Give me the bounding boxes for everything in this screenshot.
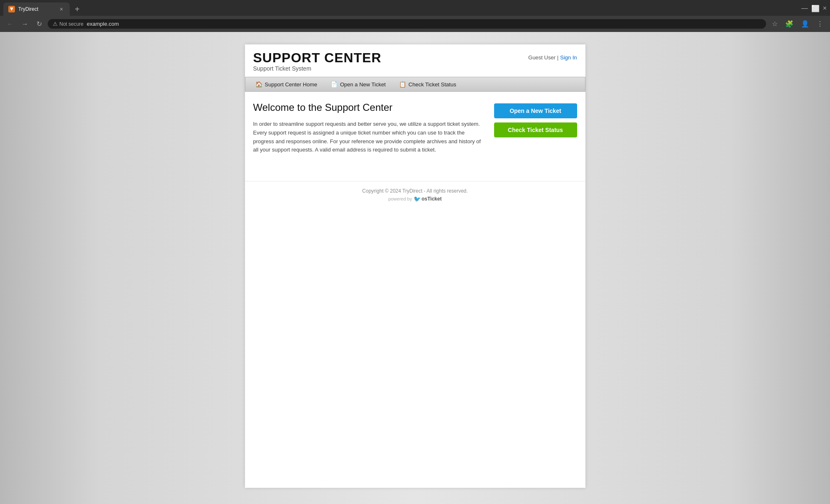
check-status-button[interactable]: Check Ticket Status — [494, 122, 577, 137]
tab-favicon — [8, 6, 15, 12]
user-info: Guest User | Sign In — [528, 51, 577, 61]
osticket-bird-icon: 🐦 — [414, 196, 421, 202]
new-ticket-icon: 📄 — [331, 81, 338, 88]
back-button[interactable]: ← — [4, 19, 16, 29]
site-nav: 🏠 Support Center Home 📄 Open a New Ticke… — [245, 77, 585, 92]
security-indicator: ⚠ Not secure — [53, 21, 83, 27]
menu-button[interactable]: ⋮ — [814, 18, 826, 29]
nav-check-status[interactable]: 📋 Check Ticket Status — [392, 79, 463, 90]
tab-bar: TryDirect × + — [3, 2, 800, 16]
guest-user-label: Guest User | — [528, 54, 558, 61]
bookmark-button[interactable]: ☆ — [769, 18, 780, 29]
site-footer: Copyright © 2024 TryDirect - All rights … — [245, 181, 585, 209]
toolbar-right: ☆ 🧩 👤 ⋮ — [769, 18, 826, 29]
content-left: Welcome to the Support Center In order t… — [253, 102, 486, 154]
powered-by: powered by 🐦 osTicket — [252, 196, 579, 202]
forward-button[interactable]: → — [19, 19, 31, 29]
content-right: Open a New Ticket Check Ticket Status — [494, 102, 577, 154]
browser-chrome: TryDirect × + — ⬜ × ← → ↻ ⚠ Not secure e… — [0, 0, 830, 32]
active-tab[interactable]: TryDirect × — [3, 2, 70, 16]
nav-open-ticket[interactable]: 📄 Open a New Ticket — [324, 79, 392, 90]
address-text: example.com — [87, 21, 119, 27]
site-logo: SUPPORT CENTER Support Ticket System — [253, 51, 382, 72]
footer-copyright: Copyright © 2024 TryDirect - All rights … — [252, 188, 579, 194]
welcome-title: Welcome to the Support Center — [253, 102, 486, 113]
open-ticket-button[interactable]: Open a New Ticket — [494, 103, 577, 118]
nav-open-ticket-label: Open a New Ticket — [340, 81, 386, 88]
nav-support-home[interactable]: 🏠 Support Center Home — [249, 79, 324, 90]
close-window-button[interactable]: × — [823, 5, 827, 12]
title-bar: TryDirect × + — ⬜ × — [0, 0, 830, 16]
window-controls: — ⬜ × — [801, 5, 827, 14]
powered-by-label: powered by — [388, 196, 412, 201]
nav-check-status-label: Check Ticket Status — [409, 81, 456, 88]
welcome-text: In order to streamline support requests … — [253, 120, 486, 154]
reload-button[interactable]: ↻ — [34, 18, 44, 29]
site-header: SUPPORT CENTER Support Ticket System Gue… — [245, 44, 585, 77]
tab-title: TryDirect — [18, 6, 55, 12]
main-content: Welcome to the Support Center In order t… — [245, 92, 585, 164]
browser-toolbar: ← → ↻ ⚠ Not secure example.com ☆ 🧩 👤 ⋮ — [0, 16, 830, 32]
site-title: SUPPORT CENTER — [253, 51, 382, 64]
tab-close-button[interactable]: × — [58, 5, 65, 13]
sign-in-link[interactable]: Sign In — [560, 54, 577, 61]
not-secure-label: Not secure — [59, 21, 83, 27]
warning-icon: ⚠ — [53, 21, 58, 27]
new-tab-button[interactable]: + — [71, 3, 83, 16]
osticket-brand: osTicket — [421, 196, 441, 202]
osticket-logo: 🐦 osTicket — [414, 196, 441, 202]
site-subtitle: Support Ticket System — [253, 65, 311, 72]
check-status-icon: 📋 — [399, 81, 406, 88]
extensions-button[interactable]: 🧩 — [783, 18, 796, 29]
home-icon: 🏠 — [255, 81, 262, 88]
nav-home-label: Support Center Home — [265, 81, 317, 88]
profile-button[interactable]: 👤 — [798, 18, 812, 29]
minimize-button[interactable]: — — [801, 5, 808, 12]
address-bar[interactable]: ⚠ Not secure example.com — [48, 19, 766, 29]
page-wrapper: SUPPORT CENTER Support Ticket System Gue… — [0, 32, 830, 504]
maximize-button[interactable]: ⬜ — [811, 5, 820, 12]
site-container: SUPPORT CENTER Support Ticket System Gue… — [245, 44, 585, 488]
